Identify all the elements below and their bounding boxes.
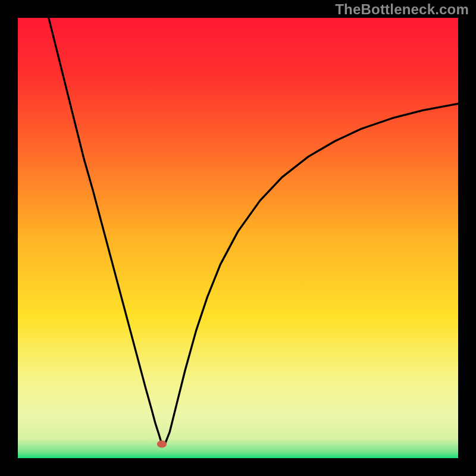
watermark-text: TheBottleneck.com: [335, 1, 469, 18]
chart-background: [18, 18, 458, 458]
marker-dot: [157, 440, 167, 447]
chart-frame: TheBottleneck.com: [0, 0, 476, 476]
chart-canvas: [18, 18, 458, 458]
